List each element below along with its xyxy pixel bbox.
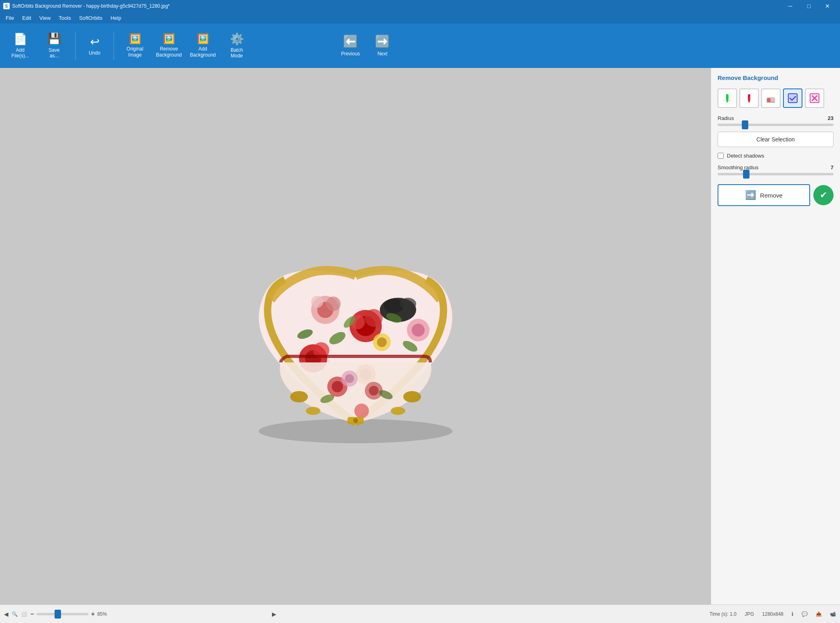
svg-point-36	[353, 418, 358, 423]
detect-shadows-row: Detect shadows	[718, 153, 834, 159]
minimize-button[interactable]: ─	[781, 0, 800, 12]
video-icon[interactable]: 📹	[830, 611, 836, 617]
menu-view[interactable]: View	[35, 13, 55, 23]
zoom-level: 85%	[97, 611, 107, 617]
svg-point-27	[332, 381, 343, 392]
detect-shadows-label: Detect shadows	[727, 153, 764, 159]
main-area: Remove Background	[0, 68, 840, 604]
smoothing-slider[interactable]	[718, 173, 834, 175]
batch-mode-button[interactable]: ⚙️ BatchMode	[221, 27, 253, 64]
next-button[interactable]: ➡️ Next	[367, 27, 398, 64]
menu-file[interactable]: File	[2, 13, 18, 23]
svg-point-4	[326, 297, 341, 311]
info-icon[interactable]: ℹ	[792, 611, 794, 617]
previous-icon: ⬅️	[343, 34, 358, 48]
add-bg-icon: 🖼️	[197, 33, 209, 44]
svg-point-29	[369, 386, 379, 396]
zoom-plus-button[interactable]: +	[91, 610, 95, 618]
add-background-button[interactable]: 🖼️ AddBackground	[187, 27, 219, 64]
menu-help[interactable]: Help	[106, 13, 125, 23]
window-controls: ─ □ ✕	[781, 0, 837, 12]
remove-background-button[interactable]: 🖼️ RemoveBackground	[153, 27, 185, 64]
zoom-slider[interactable]	[36, 613, 88, 615]
canvas-area[interactable]	[0, 68, 711, 604]
add-file-button[interactable]: 📄 AddFile(s)...	[4, 27, 36, 64]
right-panel: Remove Background	[711, 68, 840, 604]
remove-go-button[interactable]: ✔	[813, 185, 834, 205]
maximize-button[interactable]: □	[800, 0, 818, 12]
menu-bar: File Edit View Tools SoftOrbits Help	[0, 12, 840, 23]
remove-all-button[interactable]	[805, 88, 824, 108]
undo-icon: ↩	[90, 35, 99, 48]
batch-label: BatchMode	[231, 47, 243, 59]
svg-point-31	[290, 391, 308, 402]
radius-slider[interactable]	[718, 124, 834, 126]
tool-buttons	[718, 88, 834, 108]
keep-all-icon	[787, 93, 798, 104]
status-bar-left: ◀ 🔍 ⬜ − + 85% ▶	[4, 610, 705, 618]
svg-point-15	[377, 337, 387, 347]
svg-marker-45	[748, 101, 750, 103]
menu-edit[interactable]: Edit	[18, 13, 35, 23]
zoom-controls: − + 85%	[30, 610, 107, 618]
original-image-button[interactable]: 🖼️ OriginalImage	[119, 27, 151, 64]
title-bar: S SoftOrbits Background Remover - happy-…	[0, 0, 840, 12]
svg-rect-47	[767, 98, 771, 102]
remove-button[interactable]: ➡️ Remove	[718, 184, 810, 206]
status-icon-view[interactable]: 🔍	[12, 611, 18, 617]
eraser-button[interactable]	[761, 88, 781, 108]
undo-label: Undo	[89, 50, 101, 56]
clear-selection-button[interactable]: Clear Selection	[718, 132, 834, 147]
share-icon[interactable]: 📤	[816, 611, 822, 617]
keep-brush-icon	[722, 93, 733, 104]
next-icon: ➡️	[375, 34, 390, 48]
remove-all-icon	[809, 93, 820, 104]
svg-rect-42	[726, 94, 728, 101]
svg-rect-44	[748, 94, 750, 101]
remove-bg-label: RemoveBackground	[156, 46, 182, 58]
svg-point-32	[403, 391, 421, 402]
detect-shadows-checkbox[interactable]	[718, 153, 724, 159]
separator-2	[114, 32, 114, 60]
remove-bg-icon: 🖼️	[163, 33, 175, 44]
comment-icon[interactable]: 💬	[802, 611, 808, 617]
zoom-minus-button[interactable]: −	[30, 610, 34, 618]
status-bar-right: Time (s): 1.0 JPG 1280x848 ℹ 💬 📤 📹	[709, 611, 836, 617]
nav-buttons: ⬅️ Previous ➡️ Next	[335, 27, 398, 64]
remove-row: ➡️ Remove ✔	[718, 184, 834, 206]
remove-go-icon: ✔	[820, 190, 827, 200]
svg-point-7	[365, 309, 383, 327]
remove-label: Remove	[760, 192, 783, 199]
svg-point-30	[354, 404, 369, 418]
add-bg-label: AddBackground	[190, 46, 216, 58]
add-file-icon: 📄	[13, 32, 27, 46]
undo-button[interactable]: ↩ Undo	[80, 27, 109, 64]
main-image	[224, 205, 487, 467]
close-button[interactable]: ✕	[818, 0, 837, 12]
keep-brush-button[interactable]	[718, 88, 737, 108]
toolbar: 📄 AddFile(s)... 💾 Saveas... ↩ Undo 🖼️ Or…	[0, 23, 840, 68]
separator-1	[75, 32, 76, 60]
keep-all-button[interactable]	[783, 88, 802, 108]
radius-slider-row: Radius 23	[718, 115, 834, 126]
next-label: Next	[377, 51, 387, 57]
eraser-icon	[765, 93, 777, 104]
remove-brush-icon	[743, 93, 755, 104]
previous-button[interactable]: ⬅️ Previous	[335, 27, 366, 64]
menu-softorbits[interactable]: SoftOrbits	[75, 13, 107, 23]
scroll-left-button[interactable]: ◀	[4, 611, 8, 617]
menu-tools[interactable]: Tools	[55, 13, 75, 23]
svg-point-34	[391, 407, 405, 415]
svg-point-11	[400, 298, 416, 310]
previous-label: Previous	[341, 51, 360, 57]
remove-arrow-icon: ➡️	[745, 190, 756, 200]
status-icon-frame[interactable]: ⬜	[21, 611, 27, 617]
panel-title: Remove Background	[718, 74, 834, 81]
scroll-right-button[interactable]: ▶	[272, 611, 276, 617]
app-title: SoftOrbits Background Remover - happy-bi…	[12, 3, 170, 9]
dimensions-label: 1280x848	[762, 611, 783, 617]
save-as-icon: 💾	[47, 32, 61, 46]
save-as-button[interactable]: 💾 Saveas...	[38, 27, 70, 64]
remove-brush-button[interactable]	[739, 88, 759, 108]
time-label: Time (s): 1.0	[709, 611, 737, 617]
